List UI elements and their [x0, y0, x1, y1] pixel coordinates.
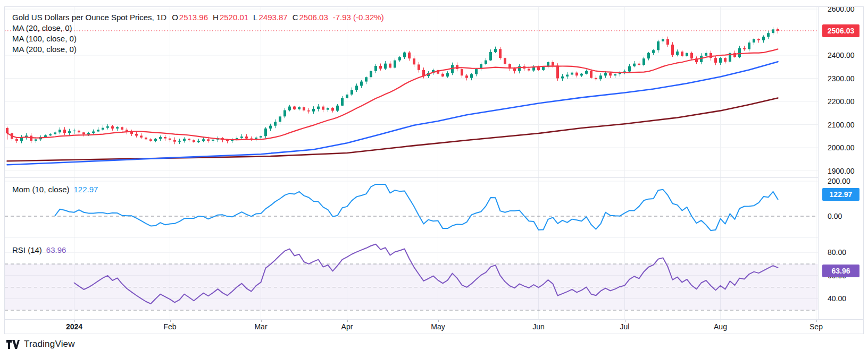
- symbol-title: Gold US Dollars per Ounce Spot Prices, 1…: [12, 13, 166, 22]
- panel-separator-main-mom[interactable]: [5, 177, 863, 178]
- time-axis-tick: [170, 320, 171, 322]
- panel-separator-mom-rsi[interactable]: [5, 237, 863, 237]
- tradingview-chart-window: Gold US Dollars per Ounce Spot Prices, 1…: [0, 0, 868, 358]
- time-axis-tick: [438, 320, 439, 322]
- change-value: -7.93 (-0.32%): [333, 13, 384, 22]
- price-axis-label: 200.00: [828, 177, 850, 185]
- rsi-label: RSI (14): [12, 245, 42, 254]
- legend-ma100[interactable]: MA (100, close, 0): [12, 33, 385, 44]
- time-axis-label: Aug: [702, 322, 739, 331]
- time-axis-label: Jun: [520, 322, 557, 331]
- time-axis-tick: [721, 320, 721, 322]
- rsi-indicator-legend[interactable]: RSI (14)63.96: [12, 245, 66, 255]
- time-axis-tick: [74, 320, 75, 322]
- price-axis-label: 2400.00: [828, 51, 855, 59]
- time-axis-label: Feb: [152, 322, 189, 331]
- time-axis-label: Apr: [329, 322, 366, 331]
- price-axis-label: 2000.00: [828, 143, 855, 152]
- price-axis-label: 0.00: [828, 212, 842, 220]
- time-axis[interactable]: 2024FebMarAprMayJunJulAugSep: [5, 320, 864, 334]
- mom-value: 122.97: [74, 185, 98, 194]
- price-axis-label: 2300.00: [828, 74, 855, 83]
- symbol-title-row[interactable]: Gold US Dollars per Ounce Spot Prices, 1…: [12, 12, 385, 23]
- legend: Gold US Dollars per Ounce Spot Prices, 1…: [12, 12, 385, 55]
- time-axis-label: Jul: [606, 322, 644, 331]
- price-axis-label: 2600.00: [828, 6, 855, 13]
- rsi-value-label: 63.96: [822, 265, 859, 277]
- legend-ma20[interactable]: MA (20, close, 0): [12, 23, 385, 33]
- tradingview-logo-icon: [6, 340, 20, 349]
- last-price-label: 2506.03: [822, 24, 859, 37]
- chart-frame: Gold US Dollars per Ounce Spot Prices, 1…: [4, 6, 864, 334]
- tradingview-watermark[interactable]: TradingView: [6, 339, 75, 350]
- price-axis-label: 80.00: [828, 248, 846, 257]
- mom-value-label: 122.97: [822, 188, 859, 201]
- time-axis-tick: [625, 320, 625, 322]
- price-axis-label: 2100.00: [828, 121, 855, 129]
- legend-ma200[interactable]: MA (200, close, 0): [12, 44, 385, 55]
- time-axis-tick: [261, 320, 262, 322]
- mom-label: Mom (10, close): [12, 185, 70, 194]
- price-axis-label: 2200.00: [828, 97, 855, 106]
- time-axis-label: May: [420, 322, 457, 331]
- mom-indicator-legend[interactable]: Mom (10, close)122.97: [12, 184, 98, 195]
- price-axis-label: 1900.00: [828, 167, 855, 175]
- time-axis-tick: [539, 320, 539, 322]
- price-axis-label: 40.00: [828, 294, 846, 303]
- time-axis-label: Sep: [798, 322, 835, 331]
- ohlc-values: O2513.96H2520.01L2493.87C2506.03-7.93 (-…: [172, 13, 385, 22]
- tradingview-logo-text: TradingView: [24, 339, 75, 350]
- price-axis[interactable]: 2600.002400.002300.002200.002100.002000.…: [819, 7, 864, 318]
- time-axis-tick: [347, 320, 348, 322]
- time-axis-label: 2024: [56, 322, 93, 331]
- time-axis-label: Mar: [243, 322, 280, 331]
- time-axis-tick: [816, 320, 817, 322]
- rsi-value: 63.96: [46, 245, 66, 254]
